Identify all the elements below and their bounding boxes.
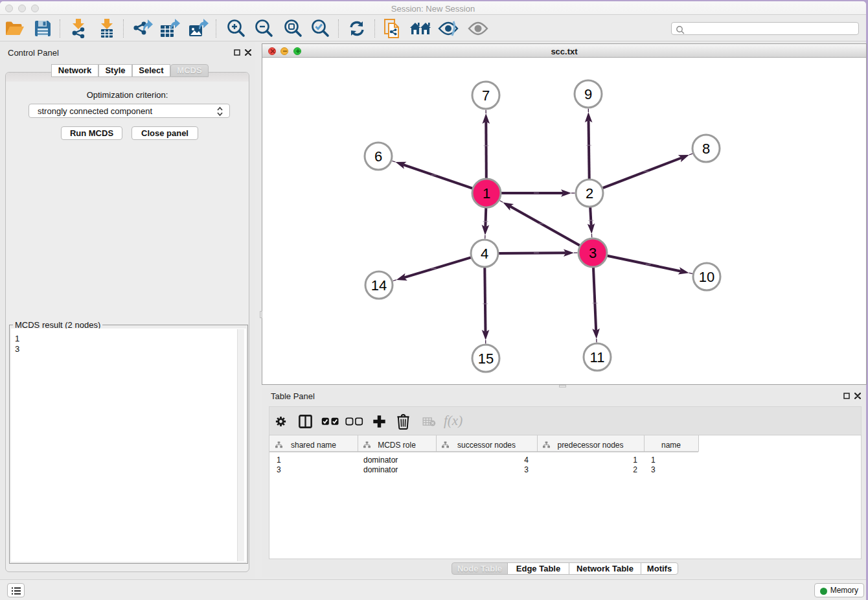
svg-text:4: 4 (481, 246, 488, 262)
svg-text:10: 10 (699, 269, 714, 285)
svg-text:11: 11 (590, 349, 605, 365)
svg-text:1: 1 (483, 185, 490, 202)
svg-text:2: 2 (586, 185, 593, 202)
svg-text:8: 8 (702, 141, 710, 157)
svg-text:14: 14 (371, 277, 387, 294)
svg-text:15: 15 (478, 351, 494, 367)
svg-text:3: 3 (589, 245, 597, 261)
svg-text:6: 6 (374, 148, 382, 165)
svg-text:9: 9 (584, 86, 592, 102)
svg-text:7: 7 (482, 87, 490, 104)
